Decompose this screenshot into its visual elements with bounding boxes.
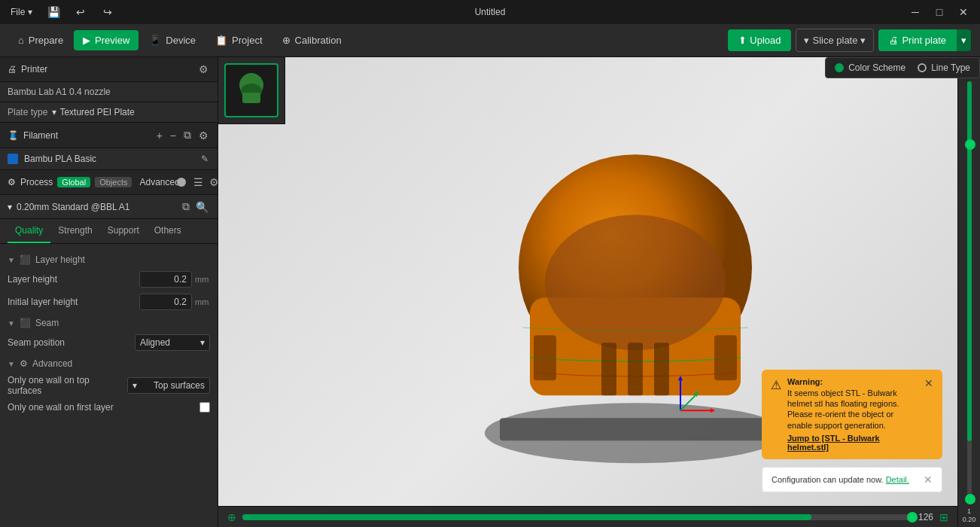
filament-remove-button[interactable]: − xyxy=(169,128,178,143)
slice-button[interactable]: ▾ Slice plate ▾ xyxy=(796,29,874,52)
tab-quality[interactable]: Quality xyxy=(8,219,50,243)
layer-slider[interactable]: 1133226.60 10.20 xyxy=(957,57,980,527)
only-one-wall-first-row: Only one wall on first layer xyxy=(0,399,218,416)
advanced-section-icon: ⚙ xyxy=(20,358,28,369)
progress-thumb[interactable] xyxy=(907,512,918,522)
progress-icon[interactable]: ⊕ xyxy=(227,511,236,523)
filament-section-label: Filament xyxy=(23,130,58,141)
printer-section-title: 🖨 Printer xyxy=(8,64,47,75)
filament-copy-button[interactable]: ⧉ xyxy=(182,127,193,143)
print-dropdown-icon: ▾ xyxy=(961,35,966,46)
viewport: Color Scheme Line Type xyxy=(218,57,980,527)
toolbar-right: ⬆ Upload ▾ Slice plate ▾ 🖨 Print plate ▾ xyxy=(728,29,971,52)
print-button[interactable]: 🖨 Print plate xyxy=(878,29,957,51)
process-list-button[interactable]: ☰ xyxy=(192,175,205,190)
profile-search-button[interactable]: 🔍 xyxy=(194,199,210,215)
slider-bottom-value: 10.20 xyxy=(963,507,976,524)
slider-thumb-bottom[interactable] xyxy=(965,494,975,504)
progress-value: 126 xyxy=(918,512,933,522)
profile-row: ▾ 0.20mm Standard @BBL A1 ⧉ 🔍 xyxy=(0,195,218,219)
filament-name: Bambu PLA Basic xyxy=(24,154,193,164)
warning-message: It seems object STL - Bulwark helmet stl… xyxy=(787,388,918,431)
only-one-wall-value: Top surfaces xyxy=(154,380,205,391)
svg-rect-10 xyxy=(534,335,556,380)
layer-height-section-icon: ⬛ xyxy=(20,254,31,265)
warning-icon: ⚠ xyxy=(771,378,781,452)
undo-button[interactable]: ↩ xyxy=(70,5,91,20)
profile-name[interactable]: 0.20mm Standard @BBL A1 xyxy=(17,202,176,212)
thumbnail-item[interactable] xyxy=(224,63,278,117)
initial-layer-height-unit: mm xyxy=(195,297,210,306)
filament-settings-button[interactable]: ⚙ xyxy=(197,128,210,143)
warning-toast: ⚠ Warning: It seems object STL - Bulwark… xyxy=(762,370,942,459)
color-scheme-radio xyxy=(835,63,844,72)
left-panel: 🖨 Printer ⚙ Bambu Lab A1 0.4 nozzle Plat… xyxy=(0,57,218,527)
print-dropdown-button[interactable]: ▾ xyxy=(957,29,971,51)
file-menu-label: File xyxy=(11,7,25,17)
warning-content: Warning: It seems object STL - Bulwark h… xyxy=(787,377,918,452)
tab-strength[interactable]: Strength xyxy=(50,219,99,243)
slider-track[interactable] xyxy=(967,81,972,504)
warning-close-button[interactable]: ✕ xyxy=(924,377,933,452)
seam-position-value: Aligned xyxy=(140,337,170,348)
svg-rect-14 xyxy=(654,343,669,395)
layer-height-input[interactable] xyxy=(139,271,192,288)
filament-item[interactable]: Bambu PLA Basic ✎ xyxy=(0,148,218,170)
layer-height-section-label: Layer height xyxy=(35,254,85,265)
line-type-option[interactable]: Line Type xyxy=(918,62,970,73)
home-tab[interactable]: ⌂ Prepare xyxy=(9,30,72,50)
process-actions: ☰ ⚙ xyxy=(192,175,218,190)
device-tab[interactable]: 📱 Device xyxy=(140,30,205,50)
process-settings-button[interactable]: ⚙ xyxy=(208,175,218,190)
objects-tag[interactable]: Objects xyxy=(95,177,132,187)
update-close-button[interactable]: ✕ xyxy=(924,474,933,486)
slider-thumb-top[interactable] xyxy=(965,139,975,150)
filament-edit-button[interactable]: ✎ xyxy=(199,152,210,166)
color-scheme-popup: Color Scheme Line Type xyxy=(825,57,980,78)
print-button-group: 🖨 Print plate ▾ xyxy=(878,29,971,51)
close-button[interactable]: ✕ xyxy=(953,5,974,20)
preview-tab[interactable]: ▶ Preview xyxy=(74,30,138,50)
only-one-wall-selector[interactable]: ▾ Top surfaces xyxy=(127,377,210,394)
project-tab[interactable]: 📋 Project xyxy=(206,30,271,50)
process-label: Process xyxy=(20,177,53,187)
file-menu[interactable]: File ▾ xyxy=(6,5,37,19)
tab-others[interactable]: Others xyxy=(147,219,189,243)
calibration-tab[interactable]: ⊕ Calibration xyxy=(273,30,351,50)
seam-position-chevron: ▾ xyxy=(200,337,205,348)
redo-button[interactable]: ↪ xyxy=(97,5,118,20)
color-scheme-option[interactable]: Color Scheme xyxy=(835,62,905,73)
svg-rect-13 xyxy=(628,343,643,395)
layer-height-unit: mm xyxy=(195,275,210,284)
plate-type-selector[interactable]: ▾ Textured PEI Plate xyxy=(52,107,134,117)
seam-section-icon: ⬛ xyxy=(20,318,31,328)
filament-section-header: 🧵 Filament + − ⧉ ⚙ xyxy=(0,123,218,148)
layers-icon[interactable]: ⊞ xyxy=(939,511,948,523)
seam-position-selector[interactable]: Aligned ▾ xyxy=(135,334,210,351)
initial-layer-height-label: Initial layer height xyxy=(8,297,139,307)
upload-label: Upload xyxy=(750,35,781,46)
warning-title: Warning: xyxy=(787,377,918,386)
initial-layer-height-input[interactable] xyxy=(139,294,192,310)
plate-type-chevron: ▾ xyxy=(52,107,56,117)
settings-content: ▼ ⬛ Layer height Layer height mm Initial… xyxy=(0,244,218,422)
warning-link[interactable]: Jump to [STL - Bulwark helmet.stl] xyxy=(787,434,918,452)
chevron-down-icon: ▾ xyxy=(28,7,32,17)
profile-chevron: ▾ xyxy=(8,202,12,212)
filament-add-button[interactable]: + xyxy=(155,128,164,143)
update-detail-link[interactable]: Detail. xyxy=(886,475,909,484)
minimize-button[interactable]: ─ xyxy=(905,5,926,20)
tab-support[interactable]: Support xyxy=(100,219,147,243)
profile-copy-button[interactable]: ⧉ xyxy=(181,199,191,215)
printer-name[interactable]: Bambu Lab A1 0.4 nozzle xyxy=(0,82,218,102)
printer-section-label: Printer xyxy=(21,64,47,75)
titlebar-left: File ▾ 💾 ↩ ↪ xyxy=(6,5,118,20)
maximize-button[interactable]: □ xyxy=(929,5,950,20)
global-tag[interactable]: Global xyxy=(57,177,90,187)
only-one-wall-first-checkbox[interactable] xyxy=(199,402,210,413)
printer-settings-button[interactable]: ⚙ xyxy=(197,62,210,77)
upload-button[interactable]: ⬆ Upload xyxy=(728,29,791,51)
save-button[interactable]: 💾 xyxy=(43,5,64,20)
slider-fill xyxy=(967,81,972,441)
progress-track[interactable] xyxy=(242,514,912,520)
